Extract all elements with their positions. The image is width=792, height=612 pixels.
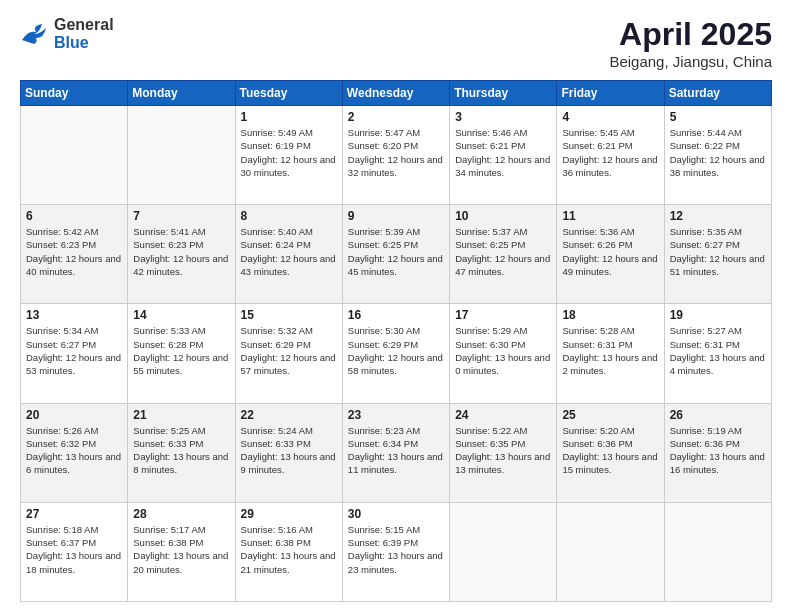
calendar-row: 20Sunrise: 5:26 AM Sunset: 6:32 PM Dayli… — [21, 403, 772, 502]
day-number: 1 — [241, 110, 337, 124]
table-row: 25Sunrise: 5:20 AM Sunset: 6:36 PM Dayli… — [557, 403, 664, 502]
table-row: 15Sunrise: 5:32 AM Sunset: 6:29 PM Dayli… — [235, 304, 342, 403]
day-number: 13 — [26, 308, 122, 322]
table-row — [450, 502, 557, 601]
col-saturday: Saturday — [664, 81, 771, 106]
day-info: Sunrise: 5:15 AM Sunset: 6:39 PM Dayligh… — [348, 523, 444, 576]
day-info: Sunrise: 5:47 AM Sunset: 6:20 PM Dayligh… — [348, 126, 444, 179]
table-row: 26Sunrise: 5:19 AM Sunset: 6:36 PM Dayli… — [664, 403, 771, 502]
calendar-table: Sunday Monday Tuesday Wednesday Thursday… — [20, 80, 772, 602]
day-number: 3 — [455, 110, 551, 124]
logo-text: General Blue — [54, 16, 114, 52]
table-row — [557, 502, 664, 601]
day-number: 16 — [348, 308, 444, 322]
table-row: 18Sunrise: 5:28 AM Sunset: 6:31 PM Dayli… — [557, 304, 664, 403]
table-row: 9Sunrise: 5:39 AM Sunset: 6:25 PM Daylig… — [342, 205, 449, 304]
table-row: 30Sunrise: 5:15 AM Sunset: 6:39 PM Dayli… — [342, 502, 449, 601]
day-info: Sunrise: 5:34 AM Sunset: 6:27 PM Dayligh… — [26, 324, 122, 377]
day-number: 21 — [133, 408, 229, 422]
logo-blue: Blue — [54, 34, 89, 51]
day-number: 17 — [455, 308, 551, 322]
col-friday: Friday — [557, 81, 664, 106]
table-row: 12Sunrise: 5:35 AM Sunset: 6:27 PM Dayli… — [664, 205, 771, 304]
table-row: 4Sunrise: 5:45 AM Sunset: 6:21 PM Daylig… — [557, 106, 664, 205]
day-info: Sunrise: 5:24 AM Sunset: 6:33 PM Dayligh… — [241, 424, 337, 477]
table-row: 16Sunrise: 5:30 AM Sunset: 6:29 PM Dayli… — [342, 304, 449, 403]
col-tuesday: Tuesday — [235, 81, 342, 106]
logo: General Blue — [20, 16, 114, 52]
table-row: 27Sunrise: 5:18 AM Sunset: 6:37 PM Dayli… — [21, 502, 128, 601]
day-info: Sunrise: 5:19 AM Sunset: 6:36 PM Dayligh… — [670, 424, 766, 477]
day-info: Sunrise: 5:25 AM Sunset: 6:33 PM Dayligh… — [133, 424, 229, 477]
day-info: Sunrise: 5:46 AM Sunset: 6:21 PM Dayligh… — [455, 126, 551, 179]
day-info: Sunrise: 5:32 AM Sunset: 6:29 PM Dayligh… — [241, 324, 337, 377]
day-info: Sunrise: 5:16 AM Sunset: 6:38 PM Dayligh… — [241, 523, 337, 576]
day-number: 23 — [348, 408, 444, 422]
table-row: 13Sunrise: 5:34 AM Sunset: 6:27 PM Dayli… — [21, 304, 128, 403]
day-number: 14 — [133, 308, 229, 322]
page: General Blue April 2025 Beigang, Jiangsu… — [0, 0, 792, 612]
table-row: 24Sunrise: 5:22 AM Sunset: 6:35 PM Dayli… — [450, 403, 557, 502]
table-row: 11Sunrise: 5:36 AM Sunset: 6:26 PM Dayli… — [557, 205, 664, 304]
day-number: 2 — [348, 110, 444, 124]
table-row: 20Sunrise: 5:26 AM Sunset: 6:32 PM Dayli… — [21, 403, 128, 502]
day-number: 27 — [26, 507, 122, 521]
day-info: Sunrise: 5:27 AM Sunset: 6:31 PM Dayligh… — [670, 324, 766, 377]
table-row — [128, 106, 235, 205]
table-row: 10Sunrise: 5:37 AM Sunset: 6:25 PM Dayli… — [450, 205, 557, 304]
day-info: Sunrise: 5:18 AM Sunset: 6:37 PM Dayligh… — [26, 523, 122, 576]
table-row: 14Sunrise: 5:33 AM Sunset: 6:28 PM Dayli… — [128, 304, 235, 403]
day-info: Sunrise: 5:41 AM Sunset: 6:23 PM Dayligh… — [133, 225, 229, 278]
day-number: 10 — [455, 209, 551, 223]
day-number: 28 — [133, 507, 229, 521]
table-row: 6Sunrise: 5:42 AM Sunset: 6:23 PM Daylig… — [21, 205, 128, 304]
day-number: 5 — [670, 110, 766, 124]
day-info: Sunrise: 5:45 AM Sunset: 6:21 PM Dayligh… — [562, 126, 658, 179]
day-number: 22 — [241, 408, 337, 422]
day-number: 4 — [562, 110, 658, 124]
table-row: 19Sunrise: 5:27 AM Sunset: 6:31 PM Dayli… — [664, 304, 771, 403]
col-thursday: Thursday — [450, 81, 557, 106]
calendar-row: 13Sunrise: 5:34 AM Sunset: 6:27 PM Dayli… — [21, 304, 772, 403]
day-number: 15 — [241, 308, 337, 322]
day-number: 19 — [670, 308, 766, 322]
table-row: 28Sunrise: 5:17 AM Sunset: 6:38 PM Dayli… — [128, 502, 235, 601]
calendar-header-row: Sunday Monday Tuesday Wednesday Thursday… — [21, 81, 772, 106]
day-info: Sunrise: 5:37 AM Sunset: 6:25 PM Dayligh… — [455, 225, 551, 278]
day-number: 7 — [133, 209, 229, 223]
day-info: Sunrise: 5:26 AM Sunset: 6:32 PM Dayligh… — [26, 424, 122, 477]
table-row — [664, 502, 771, 601]
col-sunday: Sunday — [21, 81, 128, 106]
day-info: Sunrise: 5:39 AM Sunset: 6:25 PM Dayligh… — [348, 225, 444, 278]
day-number: 6 — [26, 209, 122, 223]
logo-icon — [20, 22, 50, 46]
day-info: Sunrise: 5:23 AM Sunset: 6:34 PM Dayligh… — [348, 424, 444, 477]
title-month: April 2025 — [609, 16, 772, 53]
day-number: 30 — [348, 507, 444, 521]
calendar-row: 6Sunrise: 5:42 AM Sunset: 6:23 PM Daylig… — [21, 205, 772, 304]
table-row: 21Sunrise: 5:25 AM Sunset: 6:33 PM Dayli… — [128, 403, 235, 502]
col-monday: Monday — [128, 81, 235, 106]
day-info: Sunrise: 5:17 AM Sunset: 6:38 PM Dayligh… — [133, 523, 229, 576]
table-row: 1Sunrise: 5:49 AM Sunset: 6:19 PM Daylig… — [235, 106, 342, 205]
day-number: 24 — [455, 408, 551, 422]
calendar-row: 27Sunrise: 5:18 AM Sunset: 6:37 PM Dayli… — [21, 502, 772, 601]
day-info: Sunrise: 5:44 AM Sunset: 6:22 PM Dayligh… — [670, 126, 766, 179]
day-info: Sunrise: 5:29 AM Sunset: 6:30 PM Dayligh… — [455, 324, 551, 377]
day-number: 11 — [562, 209, 658, 223]
header: General Blue April 2025 Beigang, Jiangsu… — [20, 16, 772, 70]
title-location: Beigang, Jiangsu, China — [609, 53, 772, 70]
day-info: Sunrise: 5:20 AM Sunset: 6:36 PM Dayligh… — [562, 424, 658, 477]
table-row: 2Sunrise: 5:47 AM Sunset: 6:20 PM Daylig… — [342, 106, 449, 205]
table-row — [21, 106, 128, 205]
day-info: Sunrise: 5:40 AM Sunset: 6:24 PM Dayligh… — [241, 225, 337, 278]
day-number: 29 — [241, 507, 337, 521]
day-info: Sunrise: 5:42 AM Sunset: 6:23 PM Dayligh… — [26, 225, 122, 278]
table-row: 22Sunrise: 5:24 AM Sunset: 6:33 PM Dayli… — [235, 403, 342, 502]
table-row: 3Sunrise: 5:46 AM Sunset: 6:21 PM Daylig… — [450, 106, 557, 205]
table-row: 7Sunrise: 5:41 AM Sunset: 6:23 PM Daylig… — [128, 205, 235, 304]
day-info: Sunrise: 5:49 AM Sunset: 6:19 PM Dayligh… — [241, 126, 337, 179]
calendar-row: 1Sunrise: 5:49 AM Sunset: 6:19 PM Daylig… — [21, 106, 772, 205]
table-row: 5Sunrise: 5:44 AM Sunset: 6:22 PM Daylig… — [664, 106, 771, 205]
day-number: 25 — [562, 408, 658, 422]
